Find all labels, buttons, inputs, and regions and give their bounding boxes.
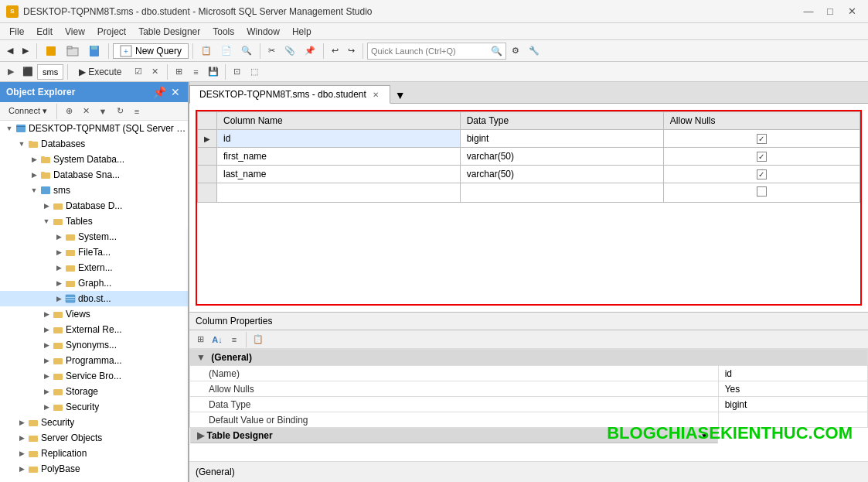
tree-service[interactable]: ▶ Service Bro... <box>0 368 188 384</box>
cell-null-id[interactable] <box>663 130 859 148</box>
tree-security-top[interactable]: ▶ Security <box>0 415 188 430</box>
cell-name-fn[interactable]: first_name <box>217 148 461 166</box>
cell-name-ln[interactable]: last_name <box>217 166 461 183</box>
oe-close-button[interactable]: ✕ <box>169 86 182 98</box>
th-indicator <box>198 112 217 130</box>
cell-type-empty[interactable] <box>460 183 663 203</box>
cell-null-fn[interactable] <box>663 148 859 166</box>
tree-server-objects[interactable]: ▶ Server Objects <box>0 430 188 446</box>
tree-sms[interactable]: ▼ sms <box>0 183 188 198</box>
oe-refresh-btn[interactable]: ↻ <box>112 104 128 119</box>
text-btn[interactable]: ≡ <box>189 64 204 80</box>
stop-btn[interactable]: ⬛ <box>20 64 36 80</box>
oe-new-btn[interactable]: ⊕ <box>61 104 77 119</box>
new-query-button[interactable]: + New Query <box>113 43 189 59</box>
props-alpha-btn[interactable]: A↓ <box>209 332 225 347</box>
oe-summary-btn[interactable]: ≡ <box>129 104 145 119</box>
oe-pin-button[interactable]: 📌 <box>151 86 168 98</box>
props-expand-general[interactable]: ▼ <box>196 352 206 363</box>
toolbar-icon-3[interactable]: 🔍 <box>237 43 256 60</box>
tree-graph[interactable]: ▶ Graph... <box>0 275 188 291</box>
tree-replication[interactable]: ▶ Replication <box>0 446 188 461</box>
tab-dropdown-btn[interactable]: ▼ <box>390 87 410 103</box>
menu-tools[interactable]: Tools <box>206 25 240 39</box>
menu-view[interactable]: View <box>59 25 91 39</box>
tree-prog[interactable]: ▶ Programma... <box>0 353 188 368</box>
cell-name-empty[interactable] <box>217 183 461 203</box>
oe-delete-btn[interactable]: ✕ <box>78 104 94 119</box>
tree-filetables[interactable]: ▶ FileTa... <box>0 244 188 260</box>
menu-help[interactable]: Help <box>286 25 318 39</box>
toolbar-btn-3[interactable] <box>84 43 104 60</box>
tree-polybase[interactable]: ▶ PolyBase <box>0 461 188 477</box>
connect-button[interactable]: Connect ▾ <box>3 104 53 118</box>
props-cat-btn[interactable]: ≡ <box>226 332 242 347</box>
tables-label: Tables <box>66 216 93 227</box>
checkbox-empty[interactable] <box>757 186 767 197</box>
minimize-button[interactable]: — <box>798 4 819 19</box>
close-button[interactable]: ✕ <box>842 4 862 19</box>
cell-null-empty[interactable] <box>663 183 859 203</box>
toolbar-cut[interactable]: ✂ <box>264 43 279 60</box>
cancel-btn[interactable]: ✕ <box>148 64 163 80</box>
toolbar-extra-2[interactable]: 🔧 <box>525 43 543 60</box>
file-btn[interactable]: 💾 <box>206 64 221 80</box>
sep7 <box>67 64 68 80</box>
checkbox-id[interactable] <box>757 134 767 144</box>
tree-views[interactable]: ▶ Views <box>0 306 188 322</box>
cell-name-id[interactable]: id <box>217 130 461 148</box>
toolbar-icon-2[interactable]: 📄 <box>217 43 236 60</box>
cell-type-fn[interactable]: varchar(50) <box>460 148 663 166</box>
tree-server[interactable]: ▼ DESKTOP-TQPNM8T (SQL Server 15.0.2000.… <box>0 121 188 136</box>
toolbar-icon-1[interactable]: 📋 <box>197 43 216 60</box>
forward-button[interactable]: ▶ <box>19 43 32 60</box>
tree-external[interactable]: ▶ Extern... <box>0 260 188 275</box>
oe-filter-btn[interactable]: ▼ <box>95 104 111 119</box>
execute-button[interactable]: ▶ Execute <box>72 64 128 80</box>
tree-dbdiag[interactable]: ▶ Database D... <box>0 198 188 214</box>
checkbox-fn[interactable] <box>757 152 767 162</box>
toolbar-btn-2[interactable] <box>63 43 83 60</box>
props-extra-btn[interactable]: 📋 <box>250 332 266 347</box>
layout-btn[interactable]: ⊡ <box>230 64 245 80</box>
tree-databases[interactable]: ▼ Databases <box>0 136 188 152</box>
checkbox-ln[interactable] <box>757 169 767 179</box>
row-indicator-empty <box>198 183 217 203</box>
props-expand-tabledesigner[interactable]: ▶ <box>197 430 204 441</box>
quick-launch-input[interactable] <box>371 46 488 56</box>
tree-security-db[interactable]: ▶ Security <box>0 399 188 415</box>
tree-external-res[interactable]: ▶ External Re... <box>0 322 188 337</box>
tree-synonyms[interactable]: ▶ Synonyms... <box>0 337 188 353</box>
toolbar-redo[interactable]: ↪ <box>344 43 359 60</box>
grid-btn[interactable]: ⊞ <box>172 64 187 80</box>
tree-dbsnap[interactable]: ▶ Database Sna... <box>0 167 188 183</box>
maximize-button[interactable]: □ <box>820 4 840 19</box>
tab-designer[interactable]: DESKTOP-TQPNM8T.sms - dbo.student ✕ <box>189 85 390 104</box>
tree-storage[interactable]: ▶ Storage <box>0 384 188 399</box>
tree-tables[interactable]: ▼ Tables <box>0 214 188 229</box>
col-props-tab[interactable]: Column Properties <box>189 313 868 330</box>
props-grid-btn[interactable]: ⊞ <box>192 332 208 347</box>
tree-systables[interactable]: ▶ System... <box>0 229 188 244</box>
menu-project[interactable]: Project <box>91 25 132 39</box>
toolbar-copy[interactable]: 📎 <box>281 43 299 60</box>
cell-type-id[interactable]: bigint <box>460 130 663 148</box>
toolbar-extra-1[interactable]: ⚙ <box>508 43 523 60</box>
toolbar-paste[interactable]: 📌 <box>301 43 319 60</box>
tree-dbo-student[interactable]: ▶ dbo.st... <box>0 291 188 306</box>
menu-window[interactable]: Window <box>240 25 286 39</box>
cell-type-ln[interactable]: varchar(50) <box>460 166 663 183</box>
menu-file[interactable]: File <box>3 25 30 39</box>
back-button[interactable]: ◀ <box>3 43 17 60</box>
toolbar-undo[interactable]: ↩ <box>328 43 342 60</box>
debug-btn[interactable]: ▶ <box>3 64 19 80</box>
menu-edit[interactable]: Edit <box>30 25 59 39</box>
quick-launch-box[interactable]: 🔍 <box>367 43 506 60</box>
tree-sysdb[interactable]: ▶ System Databa... <box>0 152 188 167</box>
tab-close-btn[interactable]: ✕ <box>371 90 380 100</box>
align-btn[interactable]: ⬚ <box>247 64 262 80</box>
menu-table-designer[interactable]: Table Designer <box>132 25 206 39</box>
toolbar-btn-1[interactable] <box>41 43 61 60</box>
parse-btn[interactable]: ☑ <box>131 64 146 80</box>
cell-null-ln[interactable] <box>663 166 859 183</box>
